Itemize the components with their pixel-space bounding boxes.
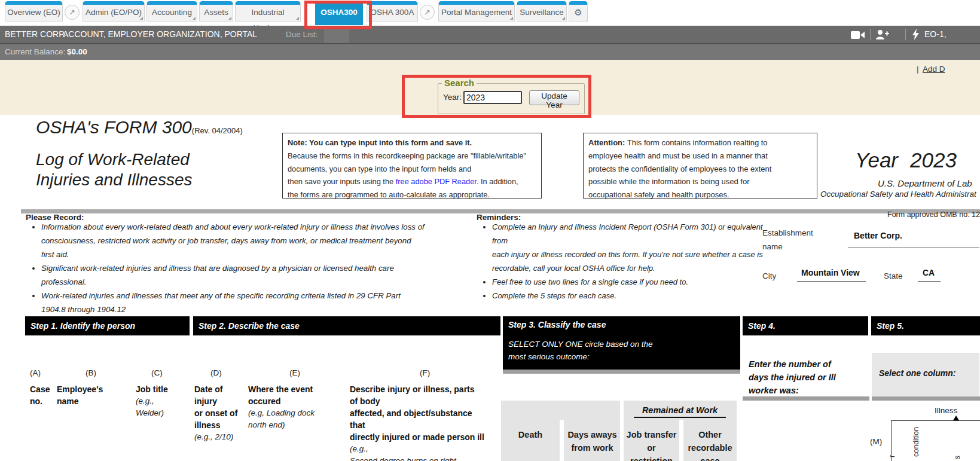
other-recordable-column-label: Other recordable case bbox=[683, 428, 737, 461]
add-person-icon[interactable] bbox=[875, 29, 890, 42]
arrow-up-right-icon: ↗ bbox=[69, 8, 75, 17]
step4-instruction: Enter the number of days the injured or … bbox=[749, 358, 836, 397]
illness-column-condition: condition bbox=[912, 427, 920, 457]
days-away-column-label: Days aways from work bbox=[564, 428, 620, 454]
please-record-bullet: Work-related injuries and illnesses that… bbox=[41, 289, 454, 316]
please-record-list: Information about every work-related dea… bbox=[31, 220, 454, 316]
toolbar-divider bbox=[905, 29, 906, 40]
tab-admin-eo-po[interactable]: Admin (EO/PO) bbox=[83, 1, 145, 22]
column-letter-f: (F) bbox=[420, 368, 430, 377]
year-word: Year bbox=[855, 148, 898, 172]
dropdown-indicator-icon bbox=[140, 17, 143, 20]
city-underline bbox=[797, 281, 866, 282]
open-in-new-icon[interactable]: ↗ bbox=[420, 5, 435, 20]
state-underline bbox=[918, 281, 941, 282]
classify-column-gap bbox=[560, 420, 564, 461]
note-line-text: then save your inputs using the bbox=[288, 177, 396, 186]
state-label: State bbox=[884, 269, 903, 283]
illness-box-top-border bbox=[891, 420, 980, 421]
attention-heading: Attention: bbox=[588, 138, 625, 147]
user-context: EO-1, bbox=[924, 26, 947, 43]
balance-amount: $0.00 bbox=[67, 44, 87, 60]
form-title: OSHA's FORM 300(Rev. 04/2004) bbox=[36, 117, 243, 138]
tab-overview-eo[interactable]: Overview (EO) bbox=[5, 1, 63, 22]
search-panel: Search Year: Update Year bbox=[438, 83, 585, 114]
column-c-title: Job title bbox=[136, 383, 168, 395]
tab-label: OSHA300 bbox=[320, 8, 358, 17]
column-c-heading: Job title (e.g., Welder) bbox=[136, 383, 168, 419]
toolbar-divider bbox=[870, 29, 871, 40]
column-f-title: Describe injury or illness, parts of bod… bbox=[350, 383, 484, 443]
add-link[interactable]: Add D bbox=[923, 65, 945, 74]
column-e-example: (e.g, Loading dock north end) bbox=[248, 407, 315, 431]
tab-label: Admin (EO/PO) bbox=[86, 8, 142, 17]
tab-accounting[interactable]: Accounting bbox=[146, 1, 197, 22]
tab-osha300-active[interactable]: OSHA300 bbox=[315, 1, 363, 25]
dropdown-indicator-icon bbox=[562, 17, 565, 20]
agency-text: Occupational Safety and Health Administr… bbox=[820, 190, 976, 199]
tab-osha300a[interactable]: OSHA 300A bbox=[367, 1, 418, 22]
form-subtitle: Log of Work-Related Injuries and Illness… bbox=[36, 149, 192, 190]
reminders-list: Complete an Injury and Illness Incident … bbox=[482, 220, 773, 303]
tab-assets[interactable]: Assets bbox=[199, 1, 233, 22]
reminders-bullet: Complete an Injury and Illness Incident … bbox=[492, 220, 773, 275]
column-d-heading: Date of injury or onset of illness (e.g.… bbox=[194, 383, 237, 443]
column-letter-e: (E) bbox=[289, 368, 300, 377]
balance-bar: Current Balance: $0.00 bbox=[0, 44, 980, 60]
tab-industrial-hygiene[interactable]: Industrial Hygiene bbox=[235, 1, 301, 22]
settings-tab[interactable]: ⚙ bbox=[569, 1, 588, 22]
establishment-underline bbox=[848, 248, 979, 248]
open-in-new-icon[interactable]: ↗ bbox=[65, 5, 80, 20]
attention-line1: This form contains information realting … bbox=[625, 138, 767, 147]
due-list-label: Due List: bbox=[286, 26, 317, 43]
tab-label: Portal Management bbox=[441, 8, 512, 17]
lightning-bolt-icon[interactable] bbox=[912, 29, 920, 42]
attention-box: Attention: This form contains informatio… bbox=[583, 133, 817, 199]
step5-strip bbox=[872, 396, 980, 401]
column-f-heading: Describe injury or illness, parts of bod… bbox=[350, 383, 484, 461]
note-line-text: . In addition, bbox=[477, 177, 518, 186]
year-input[interactable] bbox=[463, 91, 522, 104]
column-d-example: (e.g., 2/10) bbox=[194, 431, 237, 443]
form-title-text: OSHA's FORM 300 bbox=[36, 117, 192, 137]
osha300-page: Overview (EO) ↗ Admin (EO/PO) Accounting… bbox=[0, 0, 980, 461]
arrow-up-right-icon: ↗ bbox=[424, 8, 431, 17]
illness-column-fragment: r bbox=[888, 455, 896, 457]
column-a-title: Case no. bbox=[30, 383, 50, 407]
tab-surveillance[interactable]: Surveillance bbox=[517, 1, 567, 22]
due-list-box[interactable] bbox=[324, 29, 349, 43]
establishment-value: Better Corp. bbox=[854, 231, 902, 240]
tab-label: Assets bbox=[204, 8, 228, 17]
step5-instruction: Select one column: bbox=[879, 368, 955, 378]
department-text: U.S. Department of Lab bbox=[878, 178, 972, 188]
step2-header: Step 2. Describe the case bbox=[193, 316, 500, 335]
tab-label: Overview (EO) bbox=[7, 8, 60, 17]
please-record-bullet: Significant work-related injuries and il… bbox=[41, 261, 454, 289]
note-line: the forms are programmed to auto-calcula… bbox=[288, 188, 536, 202]
classify-column-gap bbox=[679, 420, 683, 461]
note-line: then save your inputs using the free ado… bbox=[288, 175, 536, 188]
column-letter-d: (D) bbox=[210, 368, 222, 377]
column-b-title: Employee's name bbox=[57, 383, 103, 407]
note-line: Because the forms in this recordkeeping … bbox=[288, 149, 536, 163]
tab-portal-management[interactable]: Portal Management bbox=[438, 1, 515, 22]
year-number: 2023 bbox=[910, 148, 957, 172]
step3-strip bbox=[503, 370, 740, 374]
pdf-reader-link[interactable]: free adobe PDF Reader bbox=[396, 177, 477, 186]
note-heading: Note: You can type input into this form … bbox=[288, 136, 536, 149]
column-letter-a: (A) bbox=[30, 368, 41, 377]
video-camera-icon[interactable] bbox=[851, 30, 865, 42]
column-letter-b: (B) bbox=[86, 368, 96, 377]
org-scope: ACCOUNT, EMPLOYER ORGANIZATION, PORTAL bbox=[63, 26, 257, 43]
step3-title: Step 3. Classify the case bbox=[508, 320, 740, 329]
column-f-example: (e.g., Second degree burns on right bbox=[350, 443, 484, 461]
column-c-example: (e.g., Welder) bbox=[136, 395, 168, 419]
illness-column-fragment: s bbox=[953, 456, 961, 459]
dropdown-indicator-icon bbox=[228, 17, 231, 20]
step3-header: Step 3. Classify the case SELECT ONLY ON… bbox=[503, 316, 740, 370]
column-letter-c: (C) bbox=[151, 368, 163, 377]
update-year-button[interactable]: Update Year bbox=[529, 90, 579, 105]
step3-subtitle: SELECT ONLY ONE circle based on the most… bbox=[508, 338, 740, 363]
dropdown-indicator-icon bbox=[510, 17, 513, 20]
column-d-title: Date of injury or onset of illness bbox=[194, 383, 237, 431]
